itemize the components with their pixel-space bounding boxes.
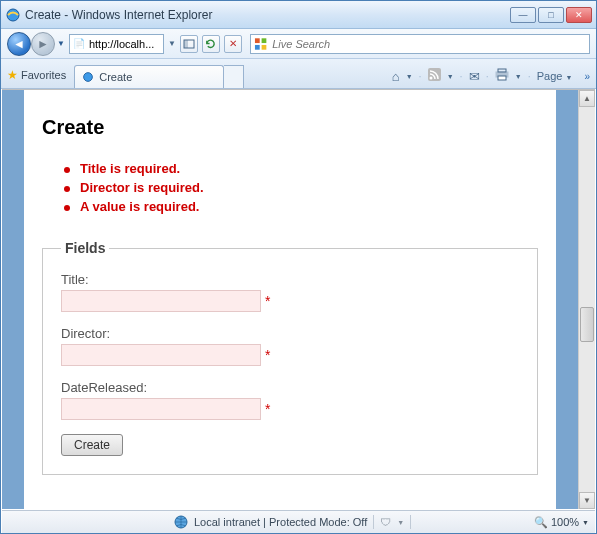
director-label: Director:	[61, 326, 519, 341]
validation-error: A value is required.	[64, 199, 538, 214]
navigation-bar: ◄ ► ▼ 📄 ▼ ✕	[1, 29, 596, 59]
zone-icon	[174, 515, 188, 529]
validation-error: Title is required.	[64, 161, 538, 176]
protected-mode-icon[interactable]: 🛡	[380, 516, 391, 528]
search-input[interactable]	[270, 37, 586, 51]
svg-rect-2	[184, 40, 188, 48]
title-label: Title:	[61, 272, 519, 287]
print-icon[interactable]	[495, 68, 509, 84]
compat-view-button[interactable]	[180, 35, 198, 53]
zoom-icon: 🔍	[534, 516, 548, 529]
address-bar[interactable]: 📄	[69, 34, 164, 54]
right-margin-decoration	[556, 90, 578, 509]
back-button[interactable]: ◄	[7, 32, 31, 56]
window-title: Create - Windows Internet Explorer	[25, 8, 510, 22]
svg-rect-3	[255, 38, 260, 43]
feeds-icon[interactable]	[428, 68, 441, 84]
page-menu[interactable]: Page ▼	[537, 70, 573, 82]
tab-create[interactable]: Create	[74, 65, 224, 88]
forward-button[interactable]: ►	[31, 32, 55, 56]
zoom-level: 100%	[551, 516, 579, 528]
new-tab-button[interactable]	[224, 65, 244, 88]
fields-fieldset: Fields Title: * Director: * Dat	[42, 240, 538, 475]
favorites-label: Favorites	[21, 69, 66, 81]
window-titlebar: Create - Windows Internet Explorer ― □ ✕	[1, 1, 596, 29]
left-margin-decoration	[2, 90, 24, 509]
home-icon[interactable]: ⌂	[392, 69, 400, 84]
datereleased-label: DateReleased:	[61, 380, 519, 395]
svg-rect-6	[261, 44, 266, 49]
required-indicator: *	[265, 401, 270, 417]
security-zone-text: Local intranet | Protected Mode: Off	[194, 516, 367, 528]
address-input[interactable]	[87, 37, 160, 51]
search-box[interactable]	[250, 34, 590, 54]
director-input[interactable]	[61, 344, 261, 366]
minimize-button[interactable]: ―	[510, 7, 536, 23]
svg-rect-4	[261, 38, 266, 43]
scroll-thumb[interactable]	[580, 307, 594, 342]
required-indicator: *	[265, 347, 270, 363]
favorites-button[interactable]: ★ Favorites	[7, 68, 66, 88]
page-heading: Create	[42, 116, 538, 139]
create-button[interactable]: Create	[61, 434, 123, 456]
svg-rect-12	[498, 76, 506, 80]
scroll-track[interactable]	[579, 107, 595, 492]
ie-page-icon	[81, 70, 95, 84]
address-dropdown-icon[interactable]: ▼	[168, 39, 176, 48]
svg-point-7	[84, 73, 93, 82]
scroll-down-button[interactable]: ▼	[579, 492, 595, 509]
page-content: Create Title is required. Director is re…	[24, 90, 556, 509]
required-indicator: *	[265, 293, 270, 309]
toolbar-chevron-icon[interactable]: »	[584, 71, 590, 82]
live-search-icon	[254, 37, 267, 51]
vertical-scrollbar[interactable]: ▲ ▼	[578, 90, 595, 509]
svg-point-9	[429, 77, 432, 80]
close-button[interactable]: ✕	[566, 7, 592, 23]
validation-error: Director is required.	[64, 180, 538, 195]
tab-title: Create	[99, 71, 132, 83]
validation-summary: Title is required. Director is required.…	[64, 161, 538, 214]
stop-button[interactable]: ✕	[224, 35, 242, 53]
tab-bar: ★ Favorites Create ⌂▼ · ▼ · ✉ · ▼ · Page…	[1, 59, 596, 89]
maximize-button[interactable]: □	[538, 7, 564, 23]
ie-logo-icon	[5, 7, 21, 23]
zoom-control[interactable]: 🔍 100% ▼	[534, 516, 589, 529]
svg-rect-5	[255, 44, 260, 49]
fieldset-legend: Fields	[61, 240, 109, 256]
recent-pages-dropdown-icon[interactable]: ▼	[57, 39, 65, 48]
mail-icon[interactable]: ✉	[469, 69, 480, 84]
refresh-button[interactable]	[202, 35, 220, 53]
page-icon: 📄	[73, 38, 85, 49]
scroll-up-button[interactable]: ▲	[579, 90, 595, 107]
datereleased-input[interactable]	[61, 398, 261, 420]
status-bar: Local intranet | Protected Mode: Off 🛡▼ …	[2, 510, 595, 533]
title-input[interactable]	[61, 290, 261, 312]
star-icon: ★	[7, 68, 18, 82]
